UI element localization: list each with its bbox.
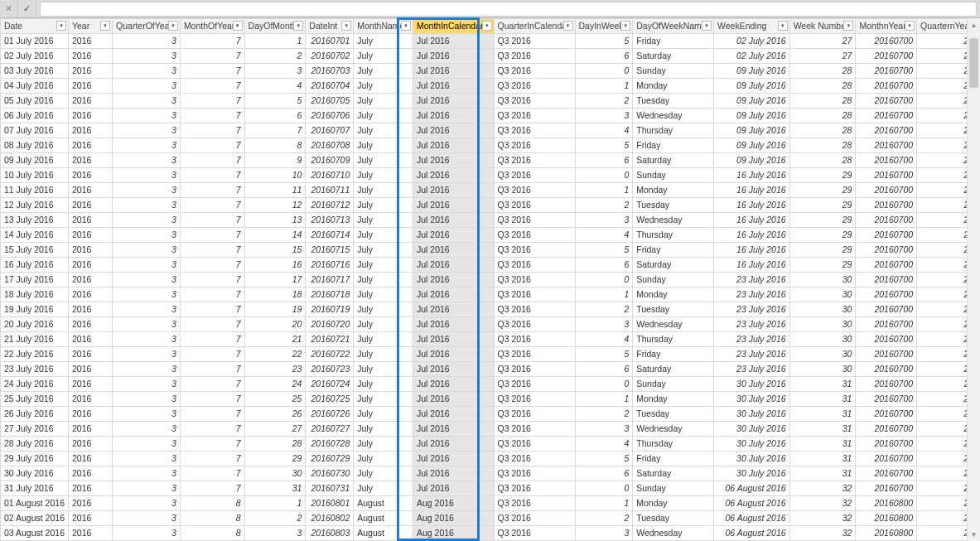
cell-monthincalendar[interactable]: Jul 2016: [413, 79, 494, 94]
cell-dateint[interactable]: 20160727: [306, 422, 354, 437]
cell-date[interactable]: 01 July 2016: [1, 34, 69, 49]
cell-monthofyear[interactable]: 7: [180, 49, 244, 64]
chevron-down-icon[interactable]: ▼: [56, 21, 66, 31]
cell-year[interactable]: 2016: [68, 228, 112, 243]
cell-monthofyear[interactable]: 7: [180, 407, 244, 422]
cell-year[interactable]: 2016: [68, 64, 112, 79]
cell-monthname[interactable]: July: [354, 258, 413, 273]
cell-dayofweekname[interactable]: Sunday: [633, 481, 714, 496]
cell-dayofmonth[interactable]: 3: [244, 64, 306, 79]
cell-year[interactable]: 2016: [68, 496, 112, 511]
cell-monthofyear[interactable]: 7: [180, 94, 244, 109]
cell-dayofmonth[interactable]: 11: [244, 183, 306, 198]
cell-dateint[interactable]: 20160718: [306, 287, 354, 302]
chevron-down-icon[interactable]: ▼: [293, 21, 303, 31]
cell-monthofyear[interactable]: 7: [180, 377, 244, 392]
cell-dayofmonth[interactable]: 15: [244, 243, 306, 258]
cell-weeknumber[interactable]: 29: [789, 198, 856, 213]
table-row[interactable]: 07 July 2016201637720160707JulyJul 2016Q…: [1, 123, 980, 138]
cell-monthname[interactable]: July: [354, 347, 413, 362]
cell-monthname[interactable]: July: [354, 407, 413, 422]
cell-monthincalendar[interactable]: Jul 2016: [413, 64, 494, 79]
cell-monthofyear[interactable]: 7: [180, 79, 244, 94]
cell-monthnyear[interactable]: 20160700: [856, 138, 917, 153]
scroll-down-icon[interactable]: ▼: [968, 528, 980, 541]
cell-monthincalendar[interactable]: Jul 2016: [413, 287, 494, 302]
cell-weekending[interactable]: 30 July 2016: [714, 377, 790, 392]
table-row[interactable]: 02 July 2016201637220160702JulyJul 2016Q…: [1, 49, 980, 64]
cell-dateint[interactable]: 20160711: [306, 183, 354, 198]
cell-weekending[interactable]: 16 July 2016: [714, 168, 790, 183]
cell-monthname[interactable]: July: [354, 243, 413, 258]
table-row[interactable]: 09 July 2016201637920160709JulyJul 2016Q…: [1, 153, 980, 168]
cell-monthname[interactable]: July: [354, 49, 413, 64]
cell-monthname[interactable]: July: [354, 317, 413, 332]
cell-dayofweekname[interactable]: Tuesday: [633, 511, 714, 526]
cell-dayinweek[interactable]: 3: [575, 317, 633, 332]
cell-year[interactable]: 2016: [68, 452, 112, 466]
cell-dayofweekname[interactable]: Thursday: [633, 123, 714, 138]
chevron-down-icon[interactable]: ▼: [233, 21, 243, 31]
cell-monthofyear[interactable]: 7: [180, 258, 244, 273]
table-row[interactable]: 23 July 20162016372320160723JulyJul 2016…: [1, 362, 980, 377]
cell-quarterofyear[interactable]: 3: [113, 79, 181, 94]
cell-year[interactable]: 2016: [68, 466, 112, 481]
cell-monthname[interactable]: July: [354, 94, 413, 109]
cell-monthincalendar[interactable]: Jul 2016: [413, 138, 494, 153]
cell-monthname[interactable]: July: [354, 64, 413, 79]
cell-weeknumber[interactable]: 31: [789, 407, 856, 422]
cell-year[interactable]: 2016: [68, 183, 112, 198]
cell-date[interactable]: 18 July 2016: [1, 287, 69, 302]
cell-dayofmonth[interactable]: 2: [244, 511, 306, 526]
cell-weeknumber[interactable]: 28: [789, 138, 856, 153]
cell-weekending[interactable]: 06 August 2016: [714, 511, 790, 526]
cell-quarterincalendar[interactable]: Q3 2016: [494, 317, 575, 332]
cell-quarterincalendar[interactable]: Q3 2016: [494, 49, 575, 64]
cell-date[interactable]: 20 July 2016: [1, 317, 69, 332]
cell-quarterincalendar[interactable]: Q3 2016: [494, 153, 575, 168]
cell-dateint[interactable]: 20160707: [306, 123, 354, 138]
cell-dayinweek[interactable]: 5: [575, 138, 633, 153]
cell-dayinweek[interactable]: 3: [575, 422, 633, 437]
cell-year[interactable]: 2016: [68, 422, 112, 437]
cell-monthname[interactable]: July: [354, 153, 413, 168]
cell-dayofweekname[interactable]: Monday: [633, 287, 714, 302]
cell-weekending[interactable]: 30 July 2016: [714, 407, 790, 422]
cell-weekending[interactable]: 06 August 2016: [714, 526, 790, 541]
cell-weekending[interactable]: 16 July 2016: [714, 198, 790, 213]
cell-quarterincalendar[interactable]: Q3 2016: [494, 198, 575, 213]
cell-weekending[interactable]: 23 July 2016: [714, 317, 790, 332]
cell-date[interactable]: 07 July 2016: [1, 123, 69, 138]
cell-dayinweek[interactable]: 4: [575, 123, 633, 138]
cell-dayofmonth[interactable]: 24: [244, 377, 306, 392]
cell-quarterincalendar[interactable]: Q3 2016: [494, 138, 575, 153]
cell-dateint[interactable]: 20160803: [306, 526, 354, 541]
table-row[interactable]: 25 July 20162016372520160725JulyJul 2016…: [1, 392, 980, 407]
cell-dayofweekname[interactable]: Saturday: [633, 153, 714, 168]
cell-year[interactable]: 2016: [68, 34, 112, 49]
cell-quarterincalendar[interactable]: Q3 2016: [494, 94, 575, 109]
cell-dayinweek[interactable]: 6: [575, 49, 633, 64]
cell-dayofmonth[interactable]: 13: [244, 213, 306, 228]
cell-weeknumber[interactable]: 30: [789, 332, 856, 347]
table-row[interactable]: 22 July 20162016372220160722JulyJul 2016…: [1, 347, 980, 362]
table-row[interactable]: 12 July 20162016371220160712JulyJul 2016…: [1, 198, 980, 213]
cell-quarterofyear[interactable]: 3: [113, 347, 181, 362]
cell-dayinweek[interactable]: 6: [575, 258, 633, 273]
cell-monthofyear[interactable]: 7: [180, 213, 244, 228]
cell-monthofyear[interactable]: 7: [180, 287, 244, 302]
cell-dayinweek[interactable]: 0: [575, 481, 633, 496]
cell-monthname[interactable]: July: [354, 183, 413, 198]
cell-date[interactable]: 05 July 2016: [1, 94, 69, 109]
cell-monthnyear[interactable]: 20160700: [856, 362, 917, 377]
cell-dayofweekname[interactable]: Tuesday: [633, 302, 714, 317]
column-header-quarterincalendar[interactable]: QuarterInCalendar▼: [494, 19, 575, 34]
cell-monthofyear[interactable]: 7: [180, 64, 244, 79]
cell-monthincalendar[interactable]: Jul 2016: [413, 481, 494, 496]
cell-dayofmonth[interactable]: 19: [244, 302, 306, 317]
cell-quarterofyear[interactable]: 3: [113, 496, 181, 511]
cell-date[interactable]: 15 July 2016: [1, 243, 69, 258]
cell-quarterincalendar[interactable]: Q3 2016: [494, 526, 575, 541]
cell-weeknumber[interactable]: 31: [789, 466, 856, 481]
cell-quarterofyear[interactable]: 3: [113, 362, 181, 377]
